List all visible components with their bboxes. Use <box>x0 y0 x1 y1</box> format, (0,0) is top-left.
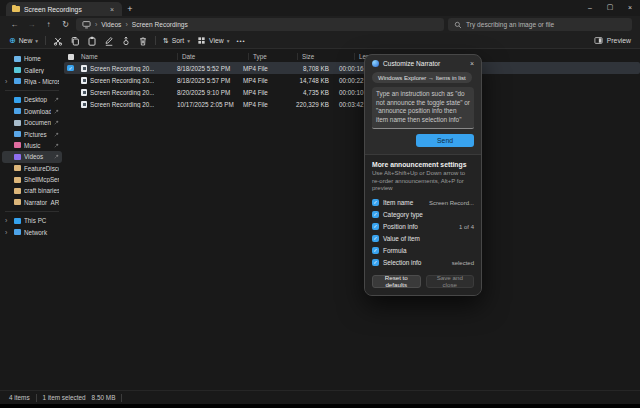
statusbar-divider <box>121 394 122 402</box>
save-close-button[interactable]: Save and close <box>426 275 475 288</box>
documents-icon <box>14 120 21 126</box>
file-size: 14,748 KB <box>283 77 335 84</box>
file-date: 8/20/2025 9:10 PM <box>173 89 239 96</box>
setting-row-formula: ✓Formula <box>372 245 474 257</box>
sidebar-item-documents[interactable]: Documents <box>2 117 62 128</box>
minimize-button[interactable]: – <box>580 0 600 14</box>
column-header-name[interactable]: Name <box>77 53 177 60</box>
pin-icon <box>54 109 59 114</box>
sidebar-item-label: This PC <box>24 217 59 224</box>
sidebar-item-shellmcpservers[interactable]: ShellMcpServers <box>2 174 62 185</box>
search-placeholder: Try describing an image or file <box>466 21 554 28</box>
sidebar-item-narrator-arm-281[interactable]: Narrator_ARM_281 <box>2 197 62 208</box>
new-label: New <box>19 37 33 44</box>
file-row[interactable]: Screen Recording 20...8/18/2025 5:57 PMM… <box>64 74 640 86</box>
tab-close-icon[interactable]: × <box>108 6 116 13</box>
row-checkbox[interactable]: ✓ <box>64 65 77 72</box>
file-name-cell: Screen Recording 20... <box>77 77 173 84</box>
column-header-type[interactable]: Type <box>248 53 297 60</box>
sidebar-item-label: Gallery <box>24 67 59 74</box>
pictures-icon <box>14 131 21 137</box>
maximize-button[interactable]: ▢ <box>600 0 620 14</box>
sidebar: HomeGallery›Riya - MicrosoftDesktopDownl… <box>0 49 64 390</box>
checkbox-icon[interactable]: ✓ <box>372 223 379 230</box>
file-name: Screen Recording 20... <box>90 65 154 72</box>
view-label: View <box>209 37 224 44</box>
tab-screen-recordings[interactable]: Screen Recordings × <box>6 2 122 16</box>
close-button[interactable]: × <box>620 0 640 14</box>
sidebar-item-network[interactable]: ›Network <box>2 226 62 237</box>
cut-button[interactable] <box>53 36 63 46</box>
breadcrumb-videos[interactable]: Videos <box>101 21 121 28</box>
item-count: 4 items <box>9 394 30 401</box>
file-row[interactable]: Screen Recording 20...10/17/2025 2:05 PM… <box>64 98 640 110</box>
network-icon <box>14 229 21 235</box>
chevron-down-icon: ▾ <box>227 38 230 44</box>
checkbox-icon[interactable]: ✓ <box>372 199 379 206</box>
sidebar-item-label: Riya - Microsoft <box>24 78 59 85</box>
chevron-expand-icon[interactable]: › <box>5 78 7 85</box>
delete-button[interactable] <box>138 36 148 46</box>
settings-hint: Use Alt+Shift+Up or Down arrow to re-ord… <box>372 170 474 193</box>
column-header-date[interactable]: Date <box>177 53 248 60</box>
checkbox-indeterminate-icon <box>68 54 74 60</box>
new-tab-button[interactable]: + <box>122 2 138 16</box>
sidebar-item-craft-binaries[interactable]: craft binaries <box>2 185 62 196</box>
address-bar[interactable]: › Videos › Screen Recordings <box>76 18 444 31</box>
cloud-icon <box>14 78 21 84</box>
breadcrumb-screen-recordings[interactable]: Screen Recordings <box>132 21 188 28</box>
pin-icon <box>54 143 59 148</box>
column-header-size[interactable]: Size <box>297 53 354 60</box>
back-button[interactable]: ← <box>8 20 21 29</box>
sort-button[interactable]: ⇅ Sort ▾ <box>163 37 190 45</box>
file-rows: ✓Screen Recording 20...8/18/2025 5:52 PM… <box>64 62 640 110</box>
sidebar-item-riya-microsoft[interactable]: ›Riya - Microsoft <box>2 76 62 87</box>
folder-icon <box>14 177 21 183</box>
reset-defaults-button[interactable]: Reset to defaults <box>372 275 421 288</box>
select-all-checkbox[interactable] <box>64 54 77 60</box>
checkbox-icon[interactable]: ✓ <box>372 259 379 266</box>
desktop-icon <box>14 97 21 103</box>
refresh-button[interactable]: ↻ <box>59 20 72 29</box>
file-row[interactable]: Screen Recording 20...8/20/2025 9:10 PMM… <box>64 86 640 98</box>
setting-value: Screen Record... <box>429 200 474 206</box>
sidebar-item-featurediscoverabil[interactable]: FeatureDiscoverabil <box>2 163 62 174</box>
dialog-close-icon[interactable]: × <box>470 60 474 67</box>
sidebar-item-downloads[interactable]: Downloads <box>2 106 62 117</box>
checkbox-icon[interactable]: ✓ <box>372 211 379 218</box>
dialog-title: Customize Narrator <box>383 60 440 67</box>
setting-label: Category type <box>383 211 423 218</box>
sidebar-item-label: Network <box>24 229 59 236</box>
send-button[interactable]: Send <box>416 134 474 147</box>
file-row[interactable]: ✓Screen Recording 20...8/18/2025 5:52 PM… <box>64 62 640 74</box>
sidebar-item-home[interactable]: Home <box>2 53 62 64</box>
this-pc-icon <box>82 20 91 29</box>
sidebar-item-desktop[interactable]: Desktop <box>2 94 62 105</box>
forward-button[interactable]: → <box>25 20 38 29</box>
folder-icon <box>14 199 21 205</box>
file-size: 8,708 KB <box>283 65 335 72</box>
sidebar-item-gallery[interactable]: Gallery <box>2 64 62 75</box>
instruction-textarea[interactable] <box>372 87 474 129</box>
search-input[interactable]: Try describing an image or file <box>448 18 632 31</box>
sidebar-item-music[interactable]: Music <box>2 140 62 151</box>
paste-button[interactable] <box>87 36 97 46</box>
sidebar-item-this-pc[interactable]: ›This PC <box>2 215 62 226</box>
sidebar-item-label: Downloads <box>24 108 51 115</box>
checkbox-icon[interactable]: ✓ <box>372 235 379 242</box>
copy-button[interactable] <box>70 36 80 46</box>
sidebar-item-label: Desktop <box>24 96 51 103</box>
view-button[interactable]: View ▾ <box>197 36 229 45</box>
preview-toggle[interactable]: Preview <box>594 36 631 45</box>
chevron-expand-icon[interactable]: › <box>5 217 7 224</box>
sidebar-item-videos[interactable]: Videos <box>2 151 62 162</box>
chevron-expand-icon[interactable]: › <box>5 229 7 236</box>
column-headers: Name Date Type Size Length <box>64 51 640 62</box>
sidebar-item-pictures[interactable]: Pictures <box>2 128 62 139</box>
up-button[interactable]: ↑ <box>42 20 55 29</box>
more-options-button[interactable]: ••• <box>236 38 245 44</box>
checkbox-icon[interactable]: ✓ <box>372 247 379 254</box>
new-button[interactable]: ⊕ New ▾ <box>9 36 38 45</box>
share-button[interactable] <box>121 36 131 46</box>
rename-button[interactable] <box>104 36 114 46</box>
